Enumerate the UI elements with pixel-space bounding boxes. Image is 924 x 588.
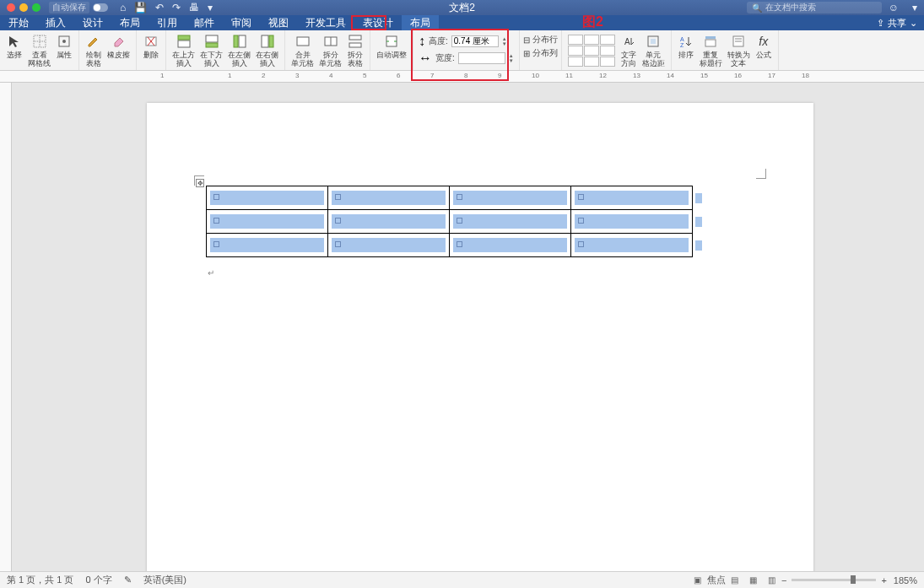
zoom-level[interactable]: 185% (894, 575, 917, 585)
word-table[interactable] (206, 186, 693, 257)
insert-below-button[interactable]: 在下方 插入 (197, 32, 225, 68)
table-row[interactable] (207, 210, 693, 234)
align-br-button[interactable] (600, 57, 615, 67)
merge-cells-button[interactable]: 合并 单元格 (289, 32, 316, 68)
table-cell[interactable] (571, 186, 693, 210)
user-icon[interactable]: ☺ (889, 2, 899, 13)
table-cell[interactable] (450, 234, 571, 257)
redo-icon[interactable]: ↷ (172, 2, 181, 13)
horizontal-ruler[interactable]: 1 1 2 3 4 5 6 7 8 9 10 11 12 13 14 15 16… (0, 71, 924, 83)
table-move-handle[interactable]: ✥ (196, 179, 204, 187)
sort-button[interactable]: AZ排序 (675, 32, 697, 60)
table-cell[interactable] (450, 186, 571, 210)
tab-table-layout[interactable]: 布局 (402, 15, 439, 30)
insert-above-icon (176, 33, 192, 50)
close-window-icon[interactable] (7, 3, 15, 12)
height-down-icon[interactable]: ▼ (502, 41, 507, 46)
qat-more-icon[interactable]: ▾ (208, 2, 213, 13)
print-layout-button[interactable]: ▦ (746, 575, 761, 586)
autofit-button[interactable]: 自动调整 (374, 32, 409, 60)
align-mr-button[interactable] (600, 46, 615, 56)
tab-review[interactable]: 审阅 (223, 15, 260, 30)
delete-button[interactable]: 删除 (140, 32, 162, 60)
split-cells-button[interactable]: 拆分 单元格 (316, 32, 344, 68)
cell-marker-icon (457, 241, 462, 247)
table-cell[interactable] (328, 210, 450, 234)
tab-references[interactable]: 引用 (149, 15, 186, 30)
table-row[interactable] (207, 234, 693, 257)
svg-rect-13 (234, 35, 238, 47)
repeat-header-button[interactable]: 重复 标题行 (697, 32, 725, 68)
language-status[interactable]: 英语(美国) (143, 574, 186, 586)
print-icon[interactable]: 🖶 (189, 2, 199, 13)
more-icon[interactable]: ▾ (912, 2, 917, 13)
insert-right-button[interactable]: 在右侧 插入 (253, 32, 281, 68)
table-cell[interactable] (450, 210, 571, 234)
table-cell[interactable] (571, 234, 693, 257)
zoom-out-button[interactable]: − (781, 575, 786, 585)
properties-button[interactable]: 属性 (53, 32, 75, 60)
draw-table-button[interactable]: 绘制 表格 (83, 32, 105, 68)
align-tl-button[interactable] (568, 35, 583, 45)
text-direction-button[interactable]: A文字 方向 (618, 32, 640, 68)
table-row[interactable] (207, 186, 693, 210)
align-tr-button[interactable] (600, 35, 615, 45)
tab-design[interactable]: 设计 (74, 15, 111, 30)
autosave-toggle[interactable] (93, 3, 108, 12)
insert-left-button[interactable]: 在左侧 插入 (225, 32, 253, 68)
zoom-slider[interactable] (792, 579, 876, 581)
distribute-cols-button[interactable]: ⊞分布列 (523, 47, 558, 59)
search-input[interactable]: 🔍 在文档中搜索 (747, 2, 882, 13)
minimize-window-icon[interactable] (19, 3, 28, 12)
width-input[interactable] (458, 52, 505, 64)
tab-devtools[interactable]: 开发工具 (297, 15, 354, 30)
web-layout-button[interactable]: ▥ (765, 575, 780, 586)
tab-table-design[interactable]: 表设计 (354, 15, 402, 30)
read-mode-button[interactable]: ▤ (727, 575, 743, 586)
tab-insert[interactable]: 插入 (37, 15, 74, 30)
eraser-button[interactable]: 橡皮擦 (105, 32, 132, 60)
align-mc-button[interactable] (584, 46, 599, 56)
cell-marker-icon (213, 194, 219, 200)
width-down-icon[interactable]: ▼ (509, 58, 514, 63)
page-count[interactable]: 第 1 页，共 1 页 (7, 574, 73, 586)
row-end-marker-icon (695, 240, 702, 251)
tab-view[interactable]: 视图 (260, 15, 297, 30)
document-viewport[interactable]: ✥ ↵ (12, 83, 924, 571)
split-cells-icon (322, 33, 339, 50)
share-button[interactable]: ⇪ 共享 ⌄ (870, 17, 924, 30)
align-ml-button[interactable] (568, 46, 583, 56)
select-button[interactable]: 选择 (3, 32, 25, 60)
table-cell[interactable] (207, 234, 328, 257)
spellcheck-icon[interactable]: ✎ (124, 575, 132, 585)
align-bc-button[interactable] (584, 57, 599, 67)
vertical-ruler[interactable] (0, 83, 12, 571)
insert-above-button[interactable]: 在上方 插入 (170, 32, 197, 68)
zoom-in-button[interactable]: + (881, 575, 886, 585)
tab-layout[interactable]: 布局 (111, 15, 149, 30)
height-input[interactable] (451, 35, 499, 47)
tab-home[interactable]: 开始 (0, 15, 37, 30)
cell-margins-button[interactable]: 单元 格边距 (640, 32, 667, 68)
table-cell[interactable] (207, 210, 328, 234)
align-tc-button[interactable] (584, 35, 599, 45)
table-cell[interactable] (328, 234, 450, 257)
home-icon[interactable]: ⌂ (120, 2, 126, 13)
table-cell[interactable] (571, 210, 693, 234)
table-cell[interactable] (207, 186, 328, 210)
word-count[interactable]: 0 个字 (85, 574, 111, 586)
focus-mode-button[interactable]: ▣ (690, 575, 705, 586)
undo-icon[interactable]: ↶ (155, 2, 164, 13)
svg-text:Z: Z (680, 42, 684, 48)
convert-text-button[interactable]: 转换为 文本 (725, 32, 753, 68)
formula-button[interactable]: fx公式 (753, 32, 775, 60)
table-cell[interactable] (328, 186, 450, 210)
row-end-marker-icon (695, 217, 702, 227)
view-gridlines-button[interactable]: 查看 网格线 (25, 32, 53, 68)
tab-mailings[interactable]: 邮件 (186, 15, 223, 30)
save-icon[interactable]: 💾 (134, 2, 147, 13)
split-table-button[interactable]: 拆分 表格 (344, 32, 366, 68)
align-bl-button[interactable] (568, 57, 583, 67)
maximize-window-icon[interactable] (32, 3, 41, 12)
distribute-rows-button[interactable]: ⊟分布行 (523, 34, 558, 46)
